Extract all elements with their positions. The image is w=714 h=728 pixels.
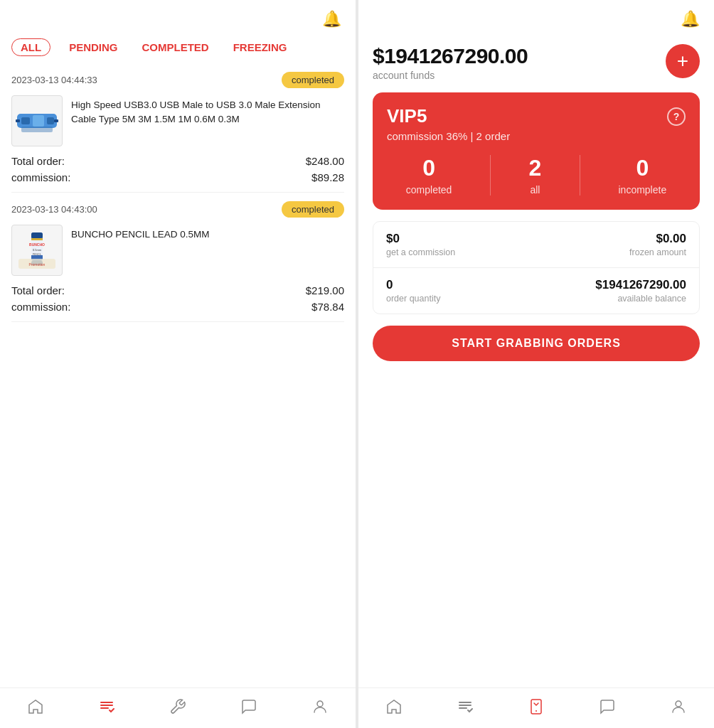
- left-nav-chat[interactable]: [240, 698, 257, 715]
- filter-tabs: ALL PENDING COMPLETED FREEZING: [0, 34, 356, 63]
- start-grabbing-button[interactable]: START GRABBING ORDERS: [373, 326, 700, 361]
- product-image-1: [11, 95, 63, 146]
- info-available-label: available balance: [595, 294, 686, 304]
- commission-label-1: commission:: [11, 171, 70, 183]
- commission-row-1: commission: $89.28: [11, 171, 344, 183]
- product-name-1: High Speed USB3.0 USB Male to USB 3.0 Ma…: [71, 98, 344, 127]
- svg-rect-1: [21, 117, 30, 124]
- info-order-qty-label: order quantity: [386, 294, 440, 304]
- order-date-2: 2023-03-13 04:43:00: [11, 204, 97, 215]
- bell-icon[interactable]: 🔔: [322, 10, 341, 28]
- svg-rect-8: [31, 232, 43, 238]
- status-badge-2: completed: [282, 201, 344, 218]
- vip-incomplete-value: 0: [618, 155, 666, 181]
- right-panel: 🔔 $1941267290.00 account funds + VIP5 ? …: [358, 0, 714, 728]
- account-section: $1941267290.00 account funds +: [373, 44, 700, 81]
- vip-card: VIP5 ? commission 36% | 2 order 0 comple…: [373, 92, 700, 210]
- vip-all-label: all: [529, 184, 542, 196]
- svg-point-18: [676, 701, 681, 707]
- info-grid: $0 get a commission $0.00 frozen amount …: [373, 221, 700, 314]
- info-commission-block: $0 get a commission: [386, 232, 455, 257]
- tab-freezing[interactable]: FREEZING: [228, 38, 293, 56]
- info-commission-label: get a commission: [386, 247, 455, 257]
- commission-label-2: commission:: [11, 301, 70, 313]
- order-header-2: 2023-03-13 04:43:00 completed: [11, 201, 344, 218]
- total-order-row-2: Total order: $219.00: [11, 284, 344, 296]
- left-nav-home[interactable]: [27, 698, 44, 715]
- vip-stat-completed: 0 completed: [406, 155, 452, 196]
- vip-title: VIP5: [387, 105, 427, 127]
- tab-completed[interactable]: COMPLETED: [137, 38, 215, 56]
- svg-text:0.5mm: 0.5mm: [33, 248, 42, 252]
- commission-value-2: $78.84: [311, 301, 344, 313]
- svg-text:PENCIL: PENCIL: [33, 253, 42, 256]
- vip-stat-all: 2 all: [529, 155, 542, 196]
- left-bottom-nav: [0, 687, 356, 728]
- vip-all-value: 2: [529, 155, 542, 181]
- total-order-value-1: $248.00: [306, 155, 344, 167]
- order-product-1: High Speed USB3.0 USB Male to USB 3.0 Ma…: [11, 95, 344, 146]
- order-card-2: 2023-03-13 04:43:00 completed B: [11, 193, 344, 322]
- account-label: account funds: [373, 70, 528, 81]
- vip-help-icon[interactable]: ?: [667, 107, 686, 126]
- right-bell-icon[interactable]: 🔔: [681, 10, 700, 28]
- info-order-qty-value: 0: [386, 278, 440, 292]
- order-date-1: 2023-03-13 04:44:33: [11, 75, 97, 85]
- vip-divider-1: [490, 155, 491, 196]
- right-nav-profile[interactable]: [670, 698, 687, 715]
- order-header-1: 2023-03-13 04:44:33 completed: [11, 72, 344, 88]
- left-nav-orders[interactable]: [98, 698, 115, 715]
- right-nav-home[interactable]: [385, 698, 403, 715]
- vip-completed-value: 0: [406, 155, 452, 181]
- svg-rect-6: [21, 127, 53, 132]
- vip-commission: commission 36% | 2 order: [387, 130, 686, 142]
- account-funds-block: $1941267290.00 account funds: [373, 44, 528, 81]
- svg-text:Promotion: Promotion: [29, 262, 46, 267]
- total-order-row-1: Total order: $248.00: [11, 155, 344, 167]
- tab-pending[interactable]: PENDING: [63, 38, 123, 56]
- order-list: 2023-03-13 04:44:33 completed: [0, 63, 356, 687]
- svg-rect-2: [33, 115, 44, 127]
- commission-row-2: commission: $78.84: [11, 301, 344, 313]
- vip-stat-incomplete: 0 incomplete: [618, 155, 666, 196]
- tab-all[interactable]: ALL: [11, 38, 50, 56]
- account-amount: $1941267290.00: [373, 44, 528, 68]
- left-nav-profile[interactable]: [311, 698, 329, 715]
- svg-rect-14: [31, 238, 43, 240]
- vip-card-header: VIP5 ?: [387, 105, 686, 127]
- right-bottom-nav: [358, 687, 714, 728]
- order-details-1: Total order: $248.00 commission: $89.28: [11, 155, 344, 183]
- total-order-label-2: Total order:: [11, 284, 65, 296]
- right-nav-grab[interactable]: [528, 698, 545, 715]
- vip-completed-label: completed: [406, 184, 452, 196]
- order-product-2: BUNCHO 0.5mm PENCIL Promotion BUNC: [11, 225, 344, 276]
- info-row-balance: 0 order quantity $1941267290.00 availabl…: [373, 268, 699, 314]
- commission-value-1: $89.28: [311, 171, 344, 183]
- svg-rect-3: [47, 117, 54, 124]
- info-frozen-value: $0.00: [629, 232, 686, 246]
- left-header: 🔔: [0, 0, 356, 34]
- svg-text:BUNCHO: BUNCHO: [29, 242, 45, 247]
- info-commission-value: $0: [386, 232, 455, 246]
- right-header: 🔔: [358, 0, 714, 34]
- product-image-2: BUNCHO 0.5mm PENCIL Promotion: [11, 225, 63, 276]
- info-available-block: $1941267290.00 available balance: [595, 278, 686, 304]
- total-order-label-1: Total order:: [11, 155, 65, 167]
- left-panel: 🔔 ALL PENDING COMPLETED FREEZING 2023-03…: [0, 0, 356, 728]
- total-order-value-2: $219.00: [306, 284, 344, 296]
- info-frozen-label: frozen amount: [629, 247, 686, 257]
- order-details-2: Total order: $219.00 commission: $78.84: [11, 284, 344, 313]
- svg-rect-5: [54, 119, 58, 122]
- info-frozen-block: $0.00 frozen amount: [629, 232, 686, 257]
- right-nav-chat[interactable]: [599, 698, 616, 715]
- left-nav-tools[interactable]: [169, 698, 186, 715]
- product-name-2: BUNCHO PENCIL LEAD 0.5MM: [71, 228, 210, 242]
- right-nav-orders[interactable]: [457, 698, 474, 715]
- svg-rect-4: [16, 119, 20, 122]
- status-badge-1: completed: [282, 72, 344, 88]
- vip-incomplete-label: incomplete: [618, 184, 666, 196]
- svg-point-17: [317, 701, 323, 707]
- info-order-qty-block: 0 order quantity: [386, 278, 440, 304]
- add-button[interactable]: +: [666, 44, 700, 78]
- right-content: $1941267290.00 account funds + VIP5 ? co…: [358, 34, 714, 687]
